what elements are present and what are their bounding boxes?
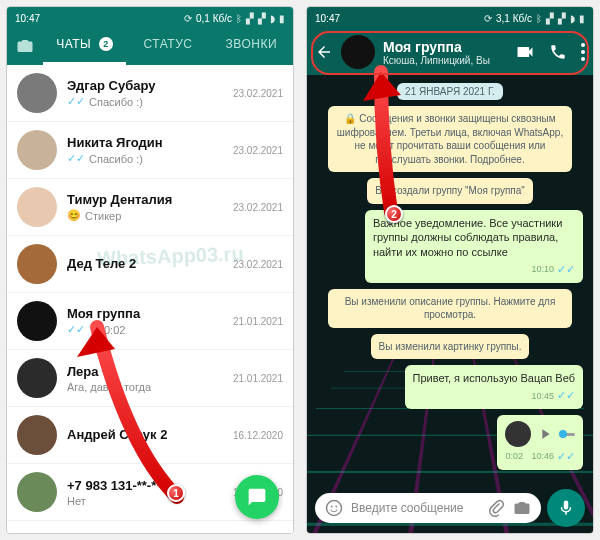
chat-avatar[interactable] [17, 415, 57, 455]
read-ticks-icon: ✓✓ [67, 95, 85, 108]
chat-row[interactable]: Андрей Струк 216.12.2020 [7, 407, 293, 464]
whatsapp-header: ЧАТЫ 2 СТАТУС ЗВОНКИ [7, 29, 293, 65]
chat-avatar[interactable] [17, 130, 57, 170]
chat-name: Эдгар Субару [67, 78, 223, 93]
svg-point-2 [581, 57, 585, 61]
chat-preview: ✓✓0:02 [67, 323, 223, 336]
chat-body[interactable]: 21 ЯНВАРЯ 2021 Г. 🔒 Сообщения и звонки з… [307, 75, 593, 533]
bluetooth-icon: ᛒ [236, 13, 242, 24]
status-bar: 10:47 ⟳ 3,1 Кб/с ᛒ ▞ ▞ ◗ ▮ [307, 7, 593, 29]
phone-chat-view: 10:47 ⟳ 3,1 Кб/с ᛒ ▞ ▞ ◗ ▮ Моя группа Кс… [306, 6, 594, 534]
svg-point-5 [335, 506, 337, 508]
chat-avatar[interactable] [17, 244, 57, 284]
chat-avatar[interactable] [17, 472, 57, 512]
chat-row[interactable]: Эдгар Субару✓✓Спасибо :)23.02.2021 [7, 65, 293, 122]
encryption-notice[interactable]: 🔒 Сообщения и звонки защищены сквозным ш… [328, 106, 573, 172]
svg-point-4 [331, 506, 333, 508]
status-time: 10:47 [315, 13, 340, 24]
chat-row[interactable]: Моя группа✓✓0:0221.01.2021 [7, 293, 293, 350]
system-message-created: Вы создали группу "Моя группа" [367, 178, 533, 204]
system-message-picture: Вы изменили картинку группы. [371, 334, 530, 360]
emoji-icon[interactable] [325, 499, 343, 517]
read-ticks-icon: ✓✓ [557, 262, 575, 277]
sync-icon: ⟳ [484, 13, 492, 24]
message-input-bar: Введите сообщение [307, 483, 593, 533]
sync-icon: ⟳ [184, 13, 192, 24]
message-input[interactable]: Введите сообщение [315, 493, 541, 523]
message-out[interactable]: Привет, я использую Вацап Веб 10:45✓✓ [405, 365, 583, 409]
chat-date: 21.01.2021 [233, 316, 283, 327]
date-separator: 21 ЯНВАРЯ 2021 Г. [397, 83, 503, 100]
chat-row[interactable]: Тимур Денталия😊Стикер23.02.2021 [7, 179, 293, 236]
sticker-icon: 😊 [67, 209, 81, 222]
tab-camera[interactable] [7, 29, 43, 65]
new-chat-fab[interactable] [235, 475, 279, 519]
chat-avatar[interactable] [17, 187, 57, 227]
voice-avatar [505, 421, 531, 447]
message-text: Привет, я использую Вацап Веб [413, 371, 575, 386]
message-icon [247, 487, 267, 507]
voice-record-button[interactable] [547, 489, 585, 527]
annotation-marker-2: 2 [385, 205, 403, 223]
chat-name: Лера [67, 364, 223, 379]
mic-icon [557, 499, 575, 517]
chat-avatar[interactable] [17, 301, 57, 341]
attach-icon[interactable] [487, 499, 505, 517]
camera-icon[interactable] [513, 499, 531, 517]
chat-subtitle: Ксюша, Липницкий, Вы [383, 55, 507, 66]
status-time: 10:47 [15, 13, 40, 24]
voice-message-out[interactable]: 0:02 10:46✓✓ [497, 415, 583, 470]
chat-header[interactable]: Моя группа Ксюша, Липницкий, Вы [307, 29, 593, 75]
lock-icon: 🔒 [344, 113, 356, 124]
status-net: 3,1 Кб/с [496, 13, 532, 24]
play-icon[interactable] [537, 426, 553, 442]
svg-point-0 [581, 43, 585, 47]
chat-name: +7 983 131-**-** [67, 478, 223, 493]
video-call-icon[interactable] [515, 42, 535, 62]
signal-icon: ▞ [246, 13, 254, 24]
wifi-icon: ◗ [570, 13, 575, 24]
phone-chat-list: 10:47 ⟳ 0,1 Кб/с ᛒ ▞ ▞ ◗ ▮ ЧАТЫ 2 СТАТ [6, 6, 294, 534]
chat-preview: 😊Стикер [67, 209, 223, 222]
battery-icon: ▮ [579, 13, 585, 24]
message-text: Важное уведомление. Все участники группы… [373, 216, 575, 261]
back-icon[interactable] [315, 43, 333, 61]
read-ticks-icon: ✓✓ [557, 449, 575, 464]
tab-chats[interactable]: ЧАТЫ 2 [43, 29, 126, 65]
signal-icon: ▞ [558, 13, 566, 24]
chat-avatar[interactable] [17, 73, 57, 113]
chat-date: 23.02.2021 [233, 259, 283, 270]
voice-track[interactable] [559, 433, 575, 436]
chat-title: Моя группа [383, 39, 507, 55]
system-message-description[interactable]: Вы изменили описание группы. Нажмите для… [328, 289, 573, 328]
tab-bar: ЧАТЫ 2 СТАТУС ЗВОНКИ [7, 29, 293, 65]
chat-preview: Нет [67, 495, 223, 507]
chat-row[interactable]: Дед Теле 223.02.2021 [7, 236, 293, 293]
chat-row[interactable]: Никита Ягодин✓✓Спасибо :)23.02.2021 [7, 122, 293, 179]
voice-duration: 0:02 [505, 450, 523, 462]
chat-date: 16.12.2020 [233, 430, 283, 441]
read-ticks-icon: ✓✓ [557, 388, 575, 403]
chat-preview: ✓✓Спасибо :) [67, 152, 223, 165]
more-icon[interactable] [581, 43, 585, 61]
tab-chats-label: ЧАТЫ [56, 37, 91, 51]
chat-header-titles[interactable]: Моя группа Ксюша, Липницкий, Вы [383, 39, 507, 66]
svg-point-1 [581, 50, 585, 54]
bluetooth-icon: ᛒ [536, 13, 542, 24]
chat-preview: ✓✓Спасибо :) [67, 95, 223, 108]
svg-point-3 [327, 501, 342, 516]
camera-icon [16, 37, 34, 55]
chat-list[interactable]: Эдгар Субару✓✓Спасибо :)23.02.2021Никита… [7, 65, 293, 533]
voice-call-icon[interactable] [549, 43, 567, 61]
tab-status[interactable]: СТАТУС [126, 29, 209, 65]
message-time: 10:46 [531, 450, 554, 462]
message-time: 10:45 [531, 390, 554, 402]
tab-calls[interactable]: ЗВОНКИ [210, 29, 293, 65]
chat-row[interactable]: ЛераАга, давай тогда21.01.2021 [7, 350, 293, 407]
chat-name: Моя группа [67, 306, 223, 321]
chat-avatar[interactable] [17, 358, 57, 398]
status-net: 0,1 Кб/с [196, 13, 232, 24]
group-avatar[interactable] [341, 35, 375, 69]
chats-unread-badge: 2 [99, 37, 113, 51]
chat-name: Никита Ягодин [67, 135, 223, 150]
